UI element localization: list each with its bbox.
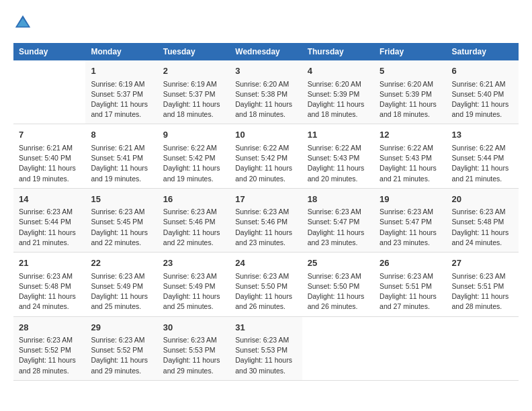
day-info: Sunrise: 6:22 AMSunset: 5:44 PMDaylight:… xyxy=(452,143,513,184)
logo xyxy=(13,13,35,32)
day-number: 8 xyxy=(91,128,152,142)
day-number: 22 xyxy=(91,257,152,270)
day-info: Sunrise: 6:20 AMSunset: 5:38 PMDaylight:… xyxy=(235,79,296,120)
day-cell: 14Sunrise: 6:23 AMSunset: 5:44 PMDayligh… xyxy=(13,188,85,252)
day-cell: 9Sunrise: 6:22 AMSunset: 5:42 PMDaylight… xyxy=(158,124,230,188)
day-number: 2 xyxy=(163,64,224,78)
day-number: 7 xyxy=(19,128,80,142)
day-number: 28 xyxy=(19,321,80,334)
day-number: 6 xyxy=(452,64,513,78)
day-number: 18 xyxy=(308,193,369,206)
day-cell: 16Sunrise: 6:23 AMSunset: 5:46 PMDayligh… xyxy=(158,188,230,252)
weekday-header-thursday: Thursday xyxy=(302,43,374,60)
day-cell: 21Sunrise: 6:23 AMSunset: 5:48 PMDayligh… xyxy=(13,253,85,316)
day-info: Sunrise: 6:22 AMSunset: 5:43 PMDaylight:… xyxy=(380,143,441,184)
day-info: Sunrise: 6:19 AMSunset: 5:37 PMDaylight:… xyxy=(163,79,224,120)
day-number: 24 xyxy=(235,257,296,270)
day-info: Sunrise: 6:21 AMSunset: 5:40 PMDaylight:… xyxy=(452,79,513,120)
day-info: Sunrise: 6:23 AMSunset: 5:50 PMDaylight:… xyxy=(308,271,369,312)
day-info: Sunrise: 6:21 AMSunset: 5:41 PMDaylight:… xyxy=(91,143,152,184)
day-info: Sunrise: 6:23 AMSunset: 5:46 PMDaylight:… xyxy=(163,207,224,248)
day-info: Sunrise: 6:22 AMSunset: 5:42 PMDaylight:… xyxy=(163,143,224,184)
day-info: Sunrise: 6:23 AMSunset: 5:53 PMDaylight:… xyxy=(235,335,296,376)
day-info: Sunrise: 6:20 AMSunset: 5:39 PMDaylight:… xyxy=(308,79,369,120)
day-cell: 2Sunrise: 6:19 AMSunset: 5:37 PMDaylight… xyxy=(158,60,230,124)
day-number: 14 xyxy=(19,193,80,206)
page-header xyxy=(13,13,519,32)
day-cell: 25Sunrise: 6:23 AMSunset: 5:50 PMDayligh… xyxy=(302,253,374,316)
day-number: 16 xyxy=(163,193,224,206)
day-cell: 19Sunrise: 6:23 AMSunset: 5:47 PMDayligh… xyxy=(374,188,446,252)
day-cell: 7Sunrise: 6:21 AMSunset: 5:40 PMDaylight… xyxy=(13,124,85,188)
week-row-1: 1Sunrise: 6:19 AMSunset: 5:37 PMDaylight… xyxy=(13,60,519,124)
day-cell: 29Sunrise: 6:23 AMSunset: 5:52 PMDayligh… xyxy=(85,316,157,380)
day-number: 21 xyxy=(19,257,80,270)
day-cell xyxy=(374,316,446,380)
day-cell: 28Sunrise: 6:23 AMSunset: 5:52 PMDayligh… xyxy=(13,316,85,380)
day-number: 30 xyxy=(163,321,224,334)
day-cell xyxy=(302,316,374,380)
logo-icon xyxy=(13,13,32,32)
day-cell: 20Sunrise: 6:23 AMSunset: 5:48 PMDayligh… xyxy=(447,188,519,252)
day-info: Sunrise: 6:23 AMSunset: 5:51 PMDaylight:… xyxy=(380,271,441,312)
weekday-header-friday: Friday xyxy=(374,43,446,60)
day-number: 5 xyxy=(380,64,441,78)
week-row-3: 14Sunrise: 6:23 AMSunset: 5:44 PMDayligh… xyxy=(13,188,519,252)
day-number: 20 xyxy=(452,193,513,206)
day-number: 17 xyxy=(235,193,296,206)
week-row-5: 28Sunrise: 6:23 AMSunset: 5:52 PMDayligh… xyxy=(13,316,519,380)
day-cell: 8Sunrise: 6:21 AMSunset: 5:41 PMDaylight… xyxy=(85,124,157,188)
day-number: 25 xyxy=(308,257,369,270)
day-cell: 30Sunrise: 6:23 AMSunset: 5:53 PMDayligh… xyxy=(158,316,230,380)
day-cell: 1Sunrise: 6:19 AMSunset: 5:37 PMDaylight… xyxy=(85,60,157,124)
week-row-4: 21Sunrise: 6:23 AMSunset: 5:48 PMDayligh… xyxy=(13,253,519,316)
day-info: Sunrise: 6:19 AMSunset: 5:37 PMDaylight:… xyxy=(91,79,152,120)
day-number: 1 xyxy=(91,64,152,78)
week-row-2: 7Sunrise: 6:21 AMSunset: 5:40 PMDaylight… xyxy=(13,124,519,188)
day-info: Sunrise: 6:23 AMSunset: 5:53 PMDaylight:… xyxy=(163,335,224,376)
day-number: 13 xyxy=(452,128,513,142)
day-cell: 4Sunrise: 6:20 AMSunset: 5:39 PMDaylight… xyxy=(302,60,374,124)
day-number: 31 xyxy=(235,321,296,334)
day-info: Sunrise: 6:23 AMSunset: 5:49 PMDaylight:… xyxy=(163,271,224,312)
day-number: 26 xyxy=(380,257,441,270)
day-cell: 5Sunrise: 6:20 AMSunset: 5:39 PMDaylight… xyxy=(374,60,446,124)
weekday-header-monday: Monday xyxy=(85,43,157,60)
day-cell: 18Sunrise: 6:23 AMSunset: 5:47 PMDayligh… xyxy=(302,188,374,252)
day-number: 9 xyxy=(163,128,224,142)
day-info: Sunrise: 6:23 AMSunset: 5:45 PMDaylight:… xyxy=(91,207,152,248)
day-cell xyxy=(447,316,519,380)
calendar-table: SundayMondayTuesdayWednesdayThursdayFrid… xyxy=(13,43,519,381)
day-number: 11 xyxy=(308,128,369,142)
day-number: 15 xyxy=(91,193,152,206)
calendar-header: SundayMondayTuesdayWednesdayThursdayFrid… xyxy=(13,43,519,60)
day-info: Sunrise: 6:22 AMSunset: 5:42 PMDaylight:… xyxy=(235,143,296,184)
day-cell: 10Sunrise: 6:22 AMSunset: 5:42 PMDayligh… xyxy=(230,124,302,188)
weekday-header-saturday: Saturday xyxy=(447,43,519,60)
day-info: Sunrise: 6:23 AMSunset: 5:49 PMDaylight:… xyxy=(91,271,152,312)
day-info: Sunrise: 6:21 AMSunset: 5:40 PMDaylight:… xyxy=(19,143,80,184)
day-info: Sunrise: 6:23 AMSunset: 5:52 PMDaylight:… xyxy=(19,335,80,376)
day-number: 12 xyxy=(380,128,441,142)
day-number: 3 xyxy=(235,64,296,78)
day-cell: 26Sunrise: 6:23 AMSunset: 5:51 PMDayligh… xyxy=(374,253,446,316)
day-number: 4 xyxy=(308,64,369,78)
day-info: Sunrise: 6:23 AMSunset: 5:47 PMDaylight:… xyxy=(380,207,441,248)
day-cell: 3Sunrise: 6:20 AMSunset: 5:38 PMDaylight… xyxy=(230,60,302,124)
weekday-header-row: SundayMondayTuesdayWednesdayThursdayFrid… xyxy=(13,43,519,60)
day-number: 23 xyxy=(163,257,224,270)
day-cell: 15Sunrise: 6:23 AMSunset: 5:45 PMDayligh… xyxy=(85,188,157,252)
day-cell: 6Sunrise: 6:21 AMSunset: 5:40 PMDaylight… xyxy=(447,60,519,124)
day-info: Sunrise: 6:23 AMSunset: 5:51 PMDaylight:… xyxy=(452,271,513,312)
day-cell: 22Sunrise: 6:23 AMSunset: 5:49 PMDayligh… xyxy=(85,253,157,316)
day-info: Sunrise: 6:20 AMSunset: 5:39 PMDaylight:… xyxy=(380,79,441,120)
day-number: 19 xyxy=(380,193,441,206)
day-cell: 12Sunrise: 6:22 AMSunset: 5:43 PMDayligh… xyxy=(374,124,446,188)
day-cell: 24Sunrise: 6:23 AMSunset: 5:50 PMDayligh… xyxy=(230,253,302,316)
day-info: Sunrise: 6:23 AMSunset: 5:50 PMDaylight:… xyxy=(235,271,296,312)
day-number: 27 xyxy=(452,257,513,270)
day-number: 10 xyxy=(235,128,296,142)
day-cell: 27Sunrise: 6:23 AMSunset: 5:51 PMDayligh… xyxy=(447,253,519,316)
day-info: Sunrise: 6:23 AMSunset: 5:48 PMDaylight:… xyxy=(19,271,80,312)
day-cell: 31Sunrise: 6:23 AMSunset: 5:53 PMDayligh… xyxy=(230,316,302,380)
